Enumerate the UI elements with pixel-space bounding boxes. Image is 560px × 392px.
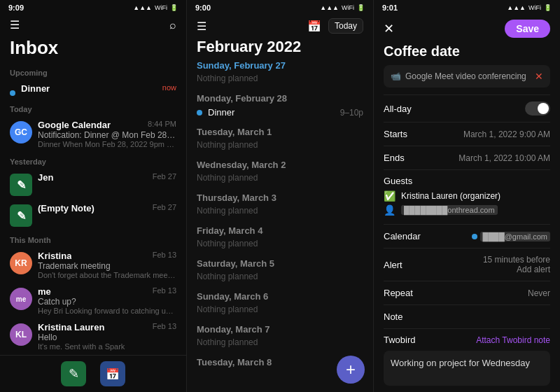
signal-icon: ▲▲▲ xyxy=(507,4,526,11)
nothing-planned: Nothing planned xyxy=(197,72,363,86)
ends-value: March 1, 2022 10:00 AM xyxy=(458,153,550,163)
note-text[interactable]: Working on project for Wednesday xyxy=(384,351,550,386)
nothing-planned: Nothing planned xyxy=(197,237,363,251)
item-row: Google Calendar 8:44 PM xyxy=(38,120,176,130)
event-time: 9–10p xyxy=(340,108,363,118)
calendar-email: ████@gmail.com xyxy=(480,232,550,241)
battery-icon: 🔋 xyxy=(170,4,178,11)
avatar: ✎ xyxy=(10,204,32,227)
item-row: Dinner now xyxy=(21,83,176,94)
day-header: Friday, March 4 xyxy=(197,225,363,236)
calendar-panel: 9:00 ▲▲▲ WiFi 🔋 ☰ 📅 Today February 2022 … xyxy=(187,0,374,392)
guest-email: ████████onthread.com xyxy=(401,205,498,215)
day-header: Sunday, February 27 xyxy=(197,60,363,71)
search-icon[interactable]: ⌕ xyxy=(169,19,176,31)
calendar-grid-icon[interactable]: 📅 xyxy=(307,20,321,33)
item-subject: Trademark meeting xyxy=(38,261,176,271)
alert-row[interactable]: Alert 15 minutes before Add alert xyxy=(384,248,550,281)
inbox-title: Inbox xyxy=(0,36,186,63)
list-item[interactable]: KL Kristina Lauren Feb 13 Hello It's me.… xyxy=(10,318,176,354)
item-row: (Empty Note) Feb 27 xyxy=(38,203,176,214)
remove-video-button[interactable]: ✕ xyxy=(535,71,543,82)
attach-twobird-note-link[interactable]: Attach Twobird note xyxy=(476,335,550,345)
save-button[interactable]: Save xyxy=(505,20,550,38)
item-row: Kristina Lauren Feb 13 xyxy=(38,322,176,332)
calendar-value: ████@gmail.com xyxy=(472,232,550,241)
event-title: Coffee date xyxy=(374,41,560,65)
item-content: Dinner now xyxy=(21,83,176,94)
alert-value: 15 minutes before xyxy=(483,255,550,265)
nothing-planned: Nothing planned xyxy=(197,139,363,153)
menu-icon[interactable]: ☰ xyxy=(197,20,206,33)
toggle-knob xyxy=(538,103,549,114)
item-sender: Kristina xyxy=(38,251,71,261)
item-date: Feb 27 xyxy=(153,203,176,214)
wifi-icon: WiFi xyxy=(528,4,541,11)
list-item[interactable]: KR Kristina Feb 13 Trademark meeting Don… xyxy=(10,247,176,283)
list-item[interactable]: GC Google Calendar 8:44 PM Notification:… xyxy=(10,116,176,152)
item-row: me Feb 13 xyxy=(38,286,176,297)
compose-button[interactable]: ✎ xyxy=(61,361,86,386)
starts-value: March 1, 2022 9:00 AM xyxy=(463,130,550,139)
list-item[interactable]: Dinner now xyxy=(10,80,176,99)
avatar: me xyxy=(10,288,32,310)
repeat-row[interactable]: Repeat Never xyxy=(384,281,550,304)
item-content: Google Calendar 8:44 PM Notification: Di… xyxy=(38,120,176,148)
avatar: KL xyxy=(10,323,32,346)
item-sender: (Empty Note) xyxy=(38,203,94,214)
guests-label: Guests xyxy=(384,176,550,186)
inbox-content: Upcoming Dinner now Today GC Google Cale… xyxy=(0,63,186,355)
item-subject: Notification: Dinner @ Mon Feb 28, 2022.… xyxy=(38,130,176,140)
guests-section: Guests ✅ Kristina Lauren (organizer) 👤 █… xyxy=(384,169,550,224)
starts-row[interactable]: Starts March 1, 2022 9:00 AM xyxy=(384,122,550,146)
fab-add-button[interactable]: + xyxy=(337,356,365,384)
cal-day: Sunday, March 6 Nothing planned xyxy=(197,291,363,317)
calendar-event[interactable]: Dinner 9–10p xyxy=(197,105,363,120)
status-bar-1: 9:09 ▲▲▲ WiFi 🔋 xyxy=(0,0,186,15)
day-header: Saturday, March 5 xyxy=(197,258,363,269)
section-upcoming: Upcoming xyxy=(10,69,176,77)
calendar-header: ☰ 📅 Today xyxy=(187,15,373,36)
event-name: Dinner xyxy=(208,107,234,118)
all-day-row: All-day xyxy=(384,94,550,122)
ends-row[interactable]: Ends March 1, 2022 10:00 AM xyxy=(384,146,550,169)
alert-label: Alert xyxy=(384,260,402,270)
close-button[interactable]: ✕ xyxy=(384,21,394,36)
event-detail-header: ✕ Save xyxy=(374,15,560,41)
calendar-button[interactable]: 📅 xyxy=(100,361,125,386)
status-icons-1: ▲▲▲ WiFi 🔋 xyxy=(133,4,178,11)
starts-label: Starts xyxy=(384,129,407,139)
item-content: Kristina Lauren Feb 13 Hello It's me. Se… xyxy=(38,322,176,351)
calendar-label: Calendar xyxy=(384,231,421,241)
add-alert-label[interactable]: Add alert xyxy=(483,265,550,274)
status-icons-3: ▲▲▲ WiFi 🔋 xyxy=(507,4,552,11)
guest-row: ✅ Kristina Lauren (organizer) xyxy=(384,190,550,202)
today-button[interactable]: Today xyxy=(328,18,363,34)
nothing-planned: Nothing planned xyxy=(197,172,363,186)
wifi-icon: WiFi xyxy=(155,4,167,11)
item-date: Feb 27 xyxy=(153,172,176,183)
all-day-toggle[interactable] xyxy=(525,102,550,115)
item-date: now xyxy=(162,83,176,94)
item-sender: Jen xyxy=(38,172,53,183)
item-date: Feb 13 xyxy=(153,251,176,261)
list-item[interactable]: me me Feb 13 Catch up? Hey Bri Looking f… xyxy=(10,283,176,318)
day-header: Sunday, March 6 xyxy=(197,291,363,302)
time-3: 9:01 xyxy=(382,4,398,12)
section-this-month: This Month xyxy=(10,236,176,244)
ends-label: Ends xyxy=(384,153,405,163)
note-label: Note xyxy=(384,312,402,322)
list-item[interactable]: ✎ Jen Feb 27 xyxy=(10,169,176,200)
menu-icon[interactable]: ☰ xyxy=(10,18,20,31)
status-bar-2: 9:00 ▲▲▲ WiFi 🔋 xyxy=(187,0,373,15)
day-header: Thursday, March 3 xyxy=(197,192,363,203)
person-icon: 👤 xyxy=(384,204,396,216)
twobird-row: Twobird Attach Twobird note xyxy=(384,335,550,345)
calendar-row[interactable]: Calendar ████@gmail.com xyxy=(384,224,550,248)
alert-value-block: 15 minutes before Add alert xyxy=(483,255,550,274)
list-item[interactable]: ✎ (Empty Note) Feb 27 xyxy=(10,200,176,230)
item-date: Feb 13 xyxy=(153,286,176,297)
item-content: Jen Feb 27 xyxy=(38,172,176,183)
cal-day: Saturday, March 5 Nothing planned xyxy=(197,258,363,284)
video-conferencing[interactable]: 📹 Google Meet video conferencing ✕ xyxy=(384,65,550,88)
